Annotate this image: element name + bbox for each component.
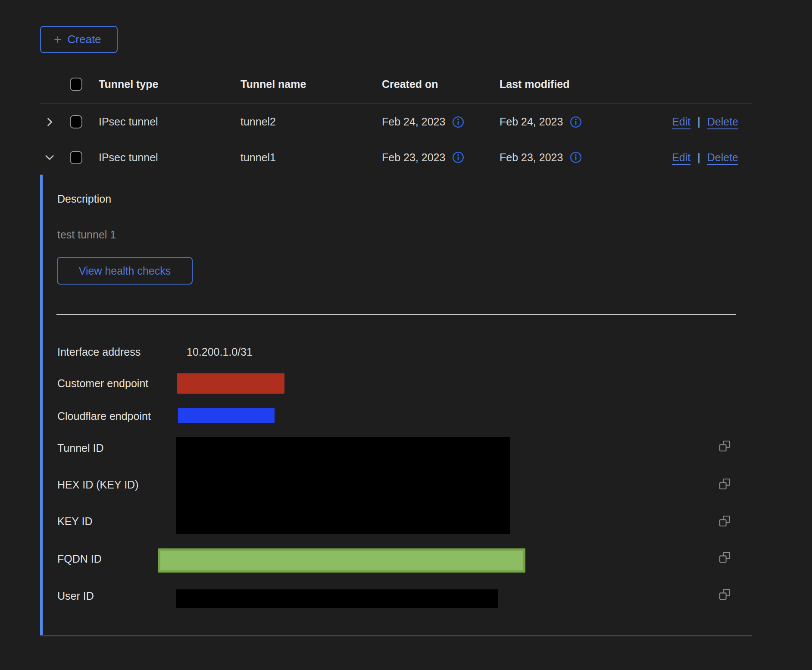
hex-id-label: HEX ID (KEY ID) [57,479,138,491]
fqdn-id-redacted-value [158,548,525,573]
plus-icon: + [54,33,62,46]
copy-icon[interactable] [719,589,731,600]
customer-endpoint-label: Customer endpoint [57,377,148,390]
user-id-redacted-value [176,589,498,608]
delete-link[interactable]: Delete [707,116,738,128]
table-row-tunnel1: IPsec tunnel tunnel1 Feb 23, 2023 Feb 23… [40,140,752,175]
copy-icon[interactable] [719,440,731,452]
last-modified-cell: Feb 24, 2023 [500,116,563,128]
copy-icon[interactable] [719,551,731,563]
table-row-tunnel2: IPsec tunnel tunnel2 Feb 24, 2023 Feb 24… [40,104,752,140]
interface-address-value: 10.200.1.0/31 [187,346,253,358]
column-header-tunnel-type: Tunnel type [99,78,240,91]
info-icon[interactable] [570,116,582,128]
ids-redacted-value [176,437,510,534]
action-separator: | [697,116,700,128]
tunnel-type-cell: IPsec tunnel [99,116,240,128]
column-header-created-on: Created on [382,78,500,91]
cloudflare-endpoint-label: Cloudflare endpoint [57,410,151,423]
delete-link[interactable]: Delete [707,151,738,164]
tunnels-table: Tunnel type Tunnel name Created on Last … [40,65,752,636]
tunnel-name-cell: tunnel2 [240,116,382,128]
edit-link[interactable]: Edit [672,151,690,164]
customer-endpoint-redacted-value [177,373,284,394]
ipsec-tunnels-page: + Create Tunnel type Tunnel name Created… [0,0,812,636]
row-checkbox[interactable] [70,151,82,164]
tunnel-type-cell: IPsec tunnel [99,151,240,164]
detail-divider [56,314,736,315]
cloudflare-endpoint-redacted-value [178,408,275,423]
created-on-cell: Feb 23, 2023 [382,151,445,164]
user-id-label: User ID [57,590,94,602]
tunnel-id-label: Tunnel ID [57,442,103,454]
description-label: Description [57,193,111,205]
create-button-label: Create [68,33,101,46]
column-header-tunnel-name: Tunnel name [240,78,382,91]
fqdn-id-label: FQDN ID [57,553,102,565]
copy-icon[interactable] [719,515,731,527]
copy-icon[interactable] [719,478,731,490]
action-separator: | [697,151,700,164]
column-header-last-modified: Last modified [500,78,629,91]
select-all-checkbox[interactable] [70,78,82,91]
info-icon[interactable] [452,151,464,163]
tunnel-detail-panel: Description test tunnel 1 View health ch… [40,175,752,635]
tunnel-name-cell: tunnel1 [240,151,382,164]
interface-address-label: Interface address [57,346,141,358]
description-value: test tunnel 1 [57,229,116,241]
table-header-row: Tunnel type Tunnel name Created on Last … [40,65,752,104]
info-icon[interactable] [452,116,464,128]
row-checkbox[interactable] [70,115,82,128]
info-icon[interactable] [570,151,582,163]
create-button[interactable]: + Create [40,26,118,53]
edit-link[interactable]: Edit [672,116,690,128]
panel-bottom-divider [40,635,752,636]
collapse-chevron-down-icon[interactable] [44,151,56,163]
view-health-checks-button[interactable]: View health checks [57,257,193,285]
last-modified-cell: Feb 23, 2023 [500,151,563,164]
expand-chevron-right-icon[interactable] [44,116,56,128]
created-on-cell: Feb 24, 2023 [382,116,445,128]
key-id-label: KEY ID [57,515,93,528]
